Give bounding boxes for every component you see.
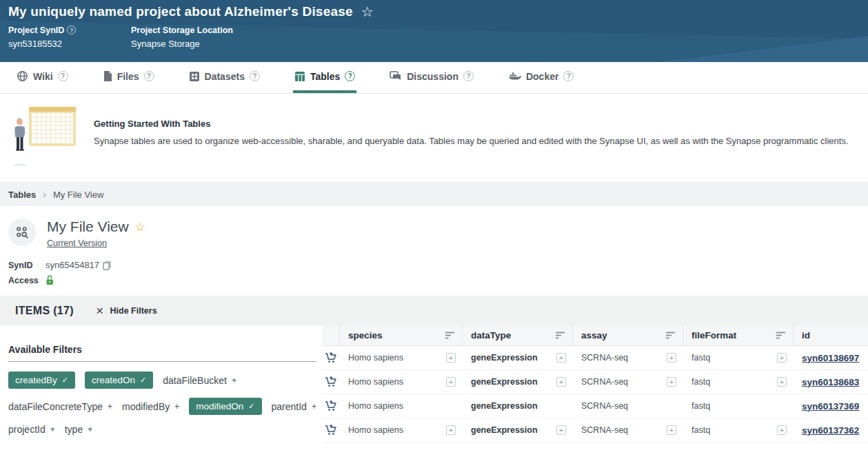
tab-help-icon[interactable]: ? [144,71,154,81]
tab-datasets[interactable]: Datasets ? [188,62,261,93]
tab-discussion[interactable]: Discussion ? [388,62,475,93]
tab-tables[interactable]: Tables ? [293,62,356,93]
header-cart-column [322,325,340,345]
table-header-row: speciesdataTypeassayfileFormatid [322,325,868,346]
column-header-id: id [794,325,868,345]
expand-cell-icon[interactable]: + [556,425,566,435]
add-to-cart-icon[interactable] [322,418,340,442]
synid-help-icon[interactable]: ? [67,26,76,34]
add-to-cart-icon[interactable] [322,370,340,394]
tab-files[interactable]: Files ? [101,62,156,93]
expand-cell-icon[interactable]: + [446,353,456,363]
filter-lines-icon[interactable] [666,332,676,339]
add-to-cart-icon[interactable] [322,394,340,418]
entity-favorite-star-icon[interactable]: ☆ [135,221,145,233]
cell-assay: SCRNA-seq+ [573,418,683,442]
cell-fileFormat: fastq [683,394,794,418]
filter-lines-icon[interactable] [445,332,455,339]
fileview-entity-icon [8,218,36,246]
expand-cell-icon[interactable]: + [667,425,676,435]
filter-chips: createdBy ✓ createdOn ✓ dataFileBucket +… [8,372,316,435]
cell-species: Homo sapiens [340,394,463,418]
entity-title: My File View [47,218,129,235]
storage-location-value: Synapse Storage [131,39,233,49]
column-header-fileFormat: fileFormat [683,325,794,345]
entity-id-link[interactable]: syn60138683 [802,377,859,387]
filter-chip-parentId[interactable]: parentId + [272,401,316,412]
entity-id-link[interactable]: syn60137362 [802,425,859,436]
storage-location-label: Project Storage Location [131,26,233,35]
facet-filters-panel: Available Filters createdBy ✓ createdOn … [0,325,322,435]
filter-chip-createdBy[interactable]: createdBy ✓ [8,372,75,389]
expand-cell-icon[interactable]: + [446,377,456,387]
tab-wiki[interactable]: Wiki ? [15,62,70,93]
column-header-dataType: dataType [463,325,573,345]
tab-help-icon[interactable]: ? [250,71,260,81]
expand-cell-icon[interactable]: + [446,425,456,435]
tab-help-icon[interactable]: ? [463,71,474,81]
filter-chip-projectId[interactable]: projectId + [8,424,55,435]
cell-id: syn60137369 [794,394,868,418]
access-label: Access [8,276,46,285]
tab-help-icon[interactable]: ? [563,71,574,81]
table-row: Homo sapiens+geneExpression+SCRNA-seq+fa… [322,346,868,370]
expand-cell-icon[interactable]: + [667,353,676,363]
file-icon [103,70,112,82]
getting-started-body: Synapse tables are used to organize web-… [94,136,849,146]
cell-species: Homo sapiens+ [340,346,463,369]
globe-icon [17,70,28,82]
add-to-cart-icon[interactable] [322,346,340,369]
filter-chip-modifiedBy[interactable]: modifiedBy + [122,401,179,412]
table-row: Homo sapiensgeneExpressionSCRNA-seqfastq… [322,394,868,418]
filter-chip-dataFileConcreteType[interactable]: dataFileConcreteType + [8,401,112,412]
copy-icon[interactable] [103,261,112,270]
filter-chip-dataFileBucket[interactable]: dataFileBucket + [163,375,236,386]
open-lock-icon[interactable] [46,275,54,285]
chevron-right-icon: › [43,189,46,200]
entity-meta: SynID syn65454817 Access [0,250,868,285]
current-version-link[interactable]: Current Version [47,238,107,248]
fileview-table: speciesdataTypeassayfileFormatid Homo sa… [322,325,868,442]
getting-started-title: Getting Started With Tables [94,119,849,129]
filter-chip-createdOn[interactable]: createdOn ✓ [85,372,153,389]
expand-cell-icon[interactable]: + [777,353,787,363]
getting-started-banner: Getting Started With Tables Synapse tabl… [0,94,868,183]
expand-cell-icon[interactable]: + [667,377,676,387]
filter-lines-icon[interactable] [776,332,786,339]
tab-docker[interactable]: Docker ? [507,62,575,93]
entity-id-link[interactable]: syn60137369 [802,401,859,411]
column-header-assay: assay [573,325,683,345]
datasets-icon [189,71,200,82]
expand-cell-icon[interactable]: + [556,353,566,363]
filter-chip-modifiedOn[interactable]: modifiedOn ✓ [189,398,261,415]
expand-cell-icon[interactable]: + [777,425,787,435]
favorite-star-icon[interactable]: ☆ [361,5,374,19]
tab-help-icon[interactable]: ? [345,71,355,81]
column-header-species: species [340,325,463,345]
project-header: My uniquely named project about Alzheime… [0,0,868,62]
hide-filters-button[interactable]: ✕ Hide Filters [96,305,157,316]
table-row: Homo sapiens+geneExpression+SCRNA-seq+fa… [322,370,868,394]
tab-help-icon[interactable]: ? [58,71,68,81]
expand-cell-icon[interactable]: + [556,377,566,387]
synid-label: SynID [8,261,46,270]
breadcrumb: Tables › My File View [0,183,868,206]
project-title: My uniquely named project about Alzheime… [8,4,353,19]
cell-id: syn60138697 [794,346,868,369]
filter-chip-type[interactable]: type + [65,424,92,435]
items-count: ITEMS (17) [15,305,74,317]
close-icon: ✕ [96,305,104,316]
entity-id-link[interactable]: syn60138697 [802,353,859,363]
tables-illustration-image [8,103,77,170]
cell-dataType: geneExpression+ [463,370,573,394]
expand-cell-icon[interactable]: + [777,377,787,387]
cell-species: Homo sapiens+ [340,418,463,442]
cell-fileFormat: fastq+ [683,418,794,442]
breadcrumb-tables-link[interactable]: Tables [8,190,36,200]
cell-fileFormat: fastq+ [683,346,794,369]
breadcrumb-current: My File View [53,190,103,200]
cell-dataType: geneExpression+ [463,346,573,369]
filter-lines-icon[interactable] [556,332,565,339]
tab-bar: Wiki ? Files ? Datasets ? Tables ? Discu… [0,62,868,94]
cell-assay: SCRNA-seq+ [573,346,683,369]
